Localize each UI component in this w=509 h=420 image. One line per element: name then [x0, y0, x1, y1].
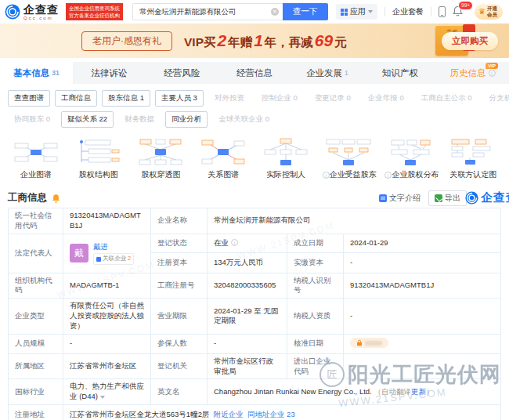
card-company-graph[interactable]: 企业图谱: [6, 137, 66, 180]
grid-icon: [341, 9, 348, 16]
biz-reg-label: 工商注册号: [151, 273, 208, 299]
chip-self-disclosure: 工商自主公示 0: [415, 90, 478, 107]
tab-intellectual-property[interactable]: 知识产权: [363, 62, 436, 84]
tab-operation-risk[interactable]: 经营风险: [146, 62, 218, 84]
address-label: 注册地址: [9, 404, 63, 420]
search-button[interactable]: 查一下: [283, 3, 328, 20]
chip-peer-analysis[interactable]: 同业分析: [165, 111, 208, 128]
paid-capital-value: -: [344, 252, 501, 273]
locked-value[interactable]: [350, 338, 388, 348]
nearby-companies-link[interactable]: 附近企业: [214, 410, 244, 418]
est-date-label: 成立日期: [287, 234, 344, 252]
region-value: 江苏省常州市金坛区: [63, 353, 151, 379]
qcc-watermark: 企查查: [465, 190, 509, 205]
buy-now-button[interactable]: 立即购买: [442, 32, 498, 50]
card-related-party-map[interactable]: 关联方认定图: [443, 137, 503, 180]
section-title: 工商信息: [8, 191, 47, 205]
chip-business-info[interactable]: 工商信息: [55, 90, 97, 107]
vip-tag: VIP: [486, 63, 498, 69]
expand-caret-icon[interactable]: [100, 396, 105, 399]
legal-rep-name-link[interactable]: 戴进: [93, 242, 134, 252]
vip-promo-banner[interactable]: 老用户·感恩有礼 VIP买2年赠1年，再减69元 立省 69元 立即购买: [0, 24, 509, 58]
credit-code-label: 统一社会信用代码: [9, 208, 63, 234]
legal-rep-label: 法定代表人: [9, 234, 63, 273]
search-input[interactable]: [132, 3, 283, 20]
tab-basic-info[interactable]: 基本信息31: [0, 62, 73, 84]
chip-suspected-relations[interactable]: 疑似关系 22: [61, 111, 114, 128]
chip-shareholders[interactable]: 股东信息 1: [102, 90, 150, 107]
qcc-logo-icon: [5, 4, 20, 20]
company-graph-thumbnail: [13, 137, 60, 167]
taxpayer-id-label: 纳税人识别号: [287, 273, 344, 299]
chip-key-personnel[interactable]: 主要人员 3: [155, 90, 204, 107]
qcc-watermark-icon: [465, 191, 478, 205]
chip-financial-data: 财务数据: [118, 111, 161, 128]
subscribe-bell-icon[interactable]: [52, 194, 60, 203]
top-right-nav: 应用 企业套餐 99+ ♛ 开通会员: [336, 4, 503, 20]
notification-count-badge: 99+: [458, 1, 473, 10]
text-doc-icon: [379, 194, 387, 202]
tab-history-info[interactable]: 历史信息 VIP i: [436, 62, 509, 84]
term-label: 营业期限: [151, 299, 208, 334]
approve-date-label: 核准日期: [287, 334, 344, 353]
apps-menu[interactable]: 应用: [336, 4, 377, 20]
chip-graph[interactable]: 查查图谱: [8, 90, 50, 107]
chevron-down-icon: [368, 10, 373, 13]
card-relationship-graph[interactable]: 关系图谱: [193, 137, 253, 180]
relationship-graph-thumbnail: [200, 137, 247, 167]
taxpayer-id-value: 91320413MADAGMTB1J: [344, 273, 501, 299]
reg-status-label: 登记状态: [151, 234, 208, 252]
company-type-value: 有限责任公司（非自然人投资或控股的法人独资）: [63, 299, 151, 334]
export-icon: [435, 194, 442, 202]
tab-legal-litigation[interactable]: 法律诉讼: [73, 62, 146, 84]
equity-distribution-thumbnail: [387, 137, 434, 167]
business-info-table: 统一社会信用代码 91320413MADAGMTB1J 企业名称 常州金坛润开新…: [8, 208, 501, 420]
logo-domain: Qcc.com: [23, 16, 59, 20]
refresh-translation-link[interactable]: 更新: [411, 387, 426, 396]
open-vip-label: 开通会员: [487, 5, 499, 18]
beneficial-shareholders-thumbnail: [325, 137, 372, 167]
tab-operation-info[interactable]: 经营信息: [218, 62, 291, 84]
divider: [431, 7, 431, 16]
same-address-link[interactable]: 同地址企业 23: [247, 410, 295, 418]
chip-global-related: 全球关联企业 0: [212, 111, 276, 128]
paid-capital-label: 实缴资本: [287, 252, 344, 273]
card-beneficial-shareholders[interactable]: i企业受益股东: [319, 137, 378, 180]
card-equity-structure[interactable]: 股权结构图: [69, 137, 128, 180]
promo-badge: 老用户·感恩有礼: [81, 31, 172, 51]
mobile-app-icon[interactable]: [439, 6, 446, 17]
en-name-value: Changzhou Jintan Runkai New Energy Co., …: [208, 379, 501, 405]
org-code-label: 组织机构代码: [9, 273, 63, 299]
chip-investments: 对外投资: [208, 90, 251, 107]
text-intro-button[interactable]: 文字介绍: [379, 193, 421, 204]
open-vip-button[interactable]: ♛ 开通会员: [475, 4, 503, 20]
page: 企查查 Qcc.com 全国企业信用查询系统 官方备案企业征信机构 ✕ 查一下 …: [0, 0, 509, 420]
promo-title: VIP买2年赠1年，再减69元: [184, 31, 347, 51]
qcc-logo[interactable]: 企查查 Qcc.com 全国企业信用查询系统 官方备案企业征信机构: [5, 3, 123, 21]
clear-search-icon[interactable]: ✕: [271, 8, 279, 16]
taxpayer-q-label: 纳税人资质: [287, 299, 344, 334]
export-button[interactable]: 导出: [428, 190, 467, 206]
company-type-label: 企业类型: [9, 299, 63, 334]
card-equity-distribution[interactable]: i企业股权分布: [381, 137, 441, 180]
authority-value: 常州市金坛区行政审批局: [208, 353, 287, 379]
tab-company-development[interactable]: 企业发展1: [291, 62, 363, 84]
info-icon: i: [323, 172, 330, 179]
notifications-bell[interactable]: 99+: [453, 5, 463, 18]
card-actual-controller[interactable]: 实际控制人: [256, 137, 316, 180]
card-equity-penetration[interactable]: 股权穿透图: [132, 137, 191, 180]
org-code-value: MADAGMTB-1: [63, 273, 151, 299]
anchor-chip-nav: 查查图谱 工商信息 股东信息 1 主要人员 3 对外投资 控制企业 0 变更记录…: [0, 84, 509, 134]
chip-co-shareholders: 协同股东 0: [8, 111, 56, 128]
related-party-map-thumbnail: [449, 137, 496, 167]
legal-rep-avatar[interactable]: 戴: [70, 244, 88, 262]
enterprise-package-link[interactable]: 企业套餐: [392, 6, 424, 17]
related-companies-badge[interactable]: 关联企业 2: [93, 253, 134, 264]
company-name-value: 常州金坛润开新能源有限公司: [208, 208, 501, 234]
logo-cert-badge: 全国企业信用查询系统 官方备案企业征信机构: [66, 3, 123, 21]
term-value: 2024-01-29 至 无固定期限: [208, 299, 287, 334]
divider: [384, 7, 385, 16]
info-icon: i: [489, 70, 496, 77]
chip-controlled-cos: 控制企业 0: [255, 90, 304, 107]
chip-branches: 分支机构 0: [483, 90, 509, 107]
